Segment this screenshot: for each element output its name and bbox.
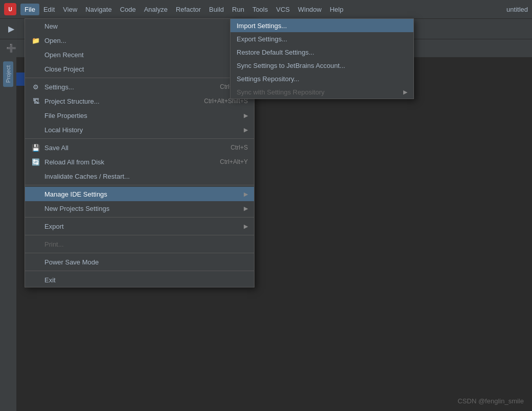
export-settings-label: Export Settings... <box>237 35 407 43</box>
window-title: untitled <box>506 6 528 13</box>
sep-3 <box>25 185 254 185</box>
file-properties-icon <box>31 111 40 120</box>
manage-ide-icon <box>31 189 40 199</box>
menu-item-close-project[interactable]: Close Project <box>25 62 254 76</box>
save-all-shortcut: Ctrl+S <box>230 144 248 151</box>
submenu-item-settings-repo[interactable]: Settings Repository... <box>230 72 413 85</box>
menu-item-export[interactable]: Export ▶ <box>25 219 254 233</box>
project-structure-icon: 🏗 <box>31 96 40 106</box>
menu-build[interactable]: Build <box>205 4 228 15</box>
local-history-icon <box>31 125 40 134</box>
reload-disk-shortcut: Ctrl+Alt+Y <box>220 158 248 165</box>
local-history-arrow: ▶ <box>244 127 248 133</box>
menu-item-project-structure[interactable]: 🏗 Project Structure... Ctrl+Alt+Shift+S <box>25 94 254 108</box>
sep-6 <box>25 253 254 253</box>
logo-text: U <box>8 7 12 12</box>
file-properties-arrow: ▶ <box>244 112 248 119</box>
menu-tools[interactable]: Tools <box>248 4 272 15</box>
new-icon <box>31 21 40 31</box>
manage-ide-arrow: ▶ <box>244 191 248 198</box>
menu-bar: U File Edit View Navigate Code Analyze R… <box>0 0 532 18</box>
menu-vcs[interactable]: VCS <box>272 4 294 15</box>
app-logo: U <box>4 3 16 15</box>
sep-7 <box>25 271 254 271</box>
project-structure-label: Project Structure... <box>44 98 204 105</box>
menu-item-settings[interactable]: ⚙ Settings... Ctrl+Alt+S <box>25 80 254 94</box>
import-settings-label: Import Settings... <box>237 22 407 30</box>
menu-edit[interactable]: Edit <box>39 4 59 15</box>
menu-item-open[interactable]: 📁 Open... <box>25 33 254 47</box>
local-history-label: Local History <box>44 126 240 134</box>
submenu-item-sync-repo: Sync with Settings Repository ▶ <box>230 85 413 99</box>
menu-run[interactable]: Run <box>228 4 248 15</box>
sep-1 <box>25 78 254 78</box>
open-icon: 📁 <box>31 36 40 45</box>
run-button[interactable]: ▶ <box>4 22 18 36</box>
close-project-icon <box>31 64 40 74</box>
export-icon <box>31 222 40 231</box>
restore-defaults-label: Restore Default Settings... <box>237 49 407 56</box>
print-icon <box>31 239 40 249</box>
menu-item-new-projects[interactable]: New Projects Settings ▶ <box>25 201 254 215</box>
menu-item-exit[interactable]: Exit <box>25 273 254 287</box>
menu-item-save-all[interactable]: 💾 Save All Ctrl+S <box>25 140 254 155</box>
menu-item-local-history[interactable]: Local History ▶ <box>25 123 254 137</box>
print-label: Print... <box>44 240 248 248</box>
add-button[interactable]: ➕ <box>4 41 18 56</box>
sep-5 <box>25 235 254 235</box>
new-projects-arrow: ▶ <box>244 205 248 212</box>
sync-repo-label: Sync with Settings Repository <box>237 88 399 96</box>
sync-repo-arrow: ▶ <box>403 89 407 95</box>
sep-2 <box>25 138 254 139</box>
exit-icon <box>31 275 40 284</box>
new-projects-icon <box>31 204 40 213</box>
menu-item-invalidate[interactable]: Invalidate Caches / Restart... <box>25 169 254 183</box>
submenu-item-export-settings[interactable]: Export Settings... <box>230 32 413 45</box>
new-projects-label: New Projects Settings <box>44 205 240 212</box>
menu-item-power-save[interactable]: Power Save Mode <box>25 255 254 269</box>
invalidate-icon <box>31 172 40 181</box>
sep-4 <box>25 217 254 217</box>
invalidate-label: Invalidate Caches / Restart... <box>44 173 248 180</box>
menu-navigate[interactable]: Navigate <box>81 4 115 15</box>
project-panel-label[interactable]: Project <box>3 61 13 87</box>
open-recent-label: Open Recent <box>44 51 240 59</box>
menu-item-reload-disk[interactable]: 🔄 Reload All from Disk Ctrl+Alt+Y <box>25 155 254 169</box>
watermark: CSDN @fenglin_smile <box>457 397 524 405</box>
menu-window[interactable]: Window <box>294 4 326 15</box>
save-all-icon: 💾 <box>31 143 40 152</box>
submenu-item-restore-defaults[interactable]: Restore Default Settings... <box>230 45 413 59</box>
menu-item-open-recent[interactable]: Open Recent ▶ <box>25 47 254 62</box>
menu-item-print: Print... <box>25 237 254 251</box>
submenu-item-import-settings[interactable]: Import Settings... <box>230 19 413 32</box>
file-properties-label: File Properties <box>44 112 240 119</box>
menu-file[interactable]: File <box>20 4 39 15</box>
open-label: Open... <box>44 37 248 44</box>
menu-view[interactable]: View <box>59 4 81 15</box>
menu-item-new[interactable]: New ▶ <box>25 19 254 33</box>
open-recent-icon <box>31 50 40 59</box>
power-save-label: Power Save Mode <box>44 258 248 266</box>
side-panel: Project <box>0 57 16 411</box>
settings-repo-label: Settings Repository... <box>237 75 407 83</box>
menu-code[interactable]: Code <box>116 4 140 15</box>
manage-ide-label: Manage IDE Settings <box>44 190 240 198</box>
exit-label: Exit <box>44 276 248 284</box>
menu-item-file-properties[interactable]: File Properties ▶ <box>25 108 254 123</box>
settings-icon: ⚙ <box>31 82 40 91</box>
save-all-label: Save All <box>44 144 230 152</box>
reload-disk-icon: 🔄 <box>31 157 40 166</box>
menu-analyze[interactable]: Analyze <box>140 4 172 15</box>
settings-label: Settings... <box>44 83 220 91</box>
power-save-icon <box>31 257 40 267</box>
submenu-item-sync-jetbrains[interactable]: Sync Settings to JetBrains Account... <box>230 59 413 72</box>
file-menu-dropdown: New ▶ 📁 Open... Open Recent ▶ Close Proj… <box>25 18 255 287</box>
menu-item-manage-ide[interactable]: Manage IDE Settings ▶ <box>25 187 254 201</box>
reload-disk-label: Reload All from Disk <box>44 158 220 166</box>
export-arrow: ▶ <box>244 223 248 230</box>
menu-refactor[interactable]: Refactor <box>172 4 205 15</box>
menu-help[interactable]: Help <box>326 4 348 15</box>
close-project-label: Close Project <box>44 65 248 73</box>
new-label: New <box>44 22 240 30</box>
sync-jetbrains-label: Sync Settings to JetBrains Account... <box>237 62 407 69</box>
